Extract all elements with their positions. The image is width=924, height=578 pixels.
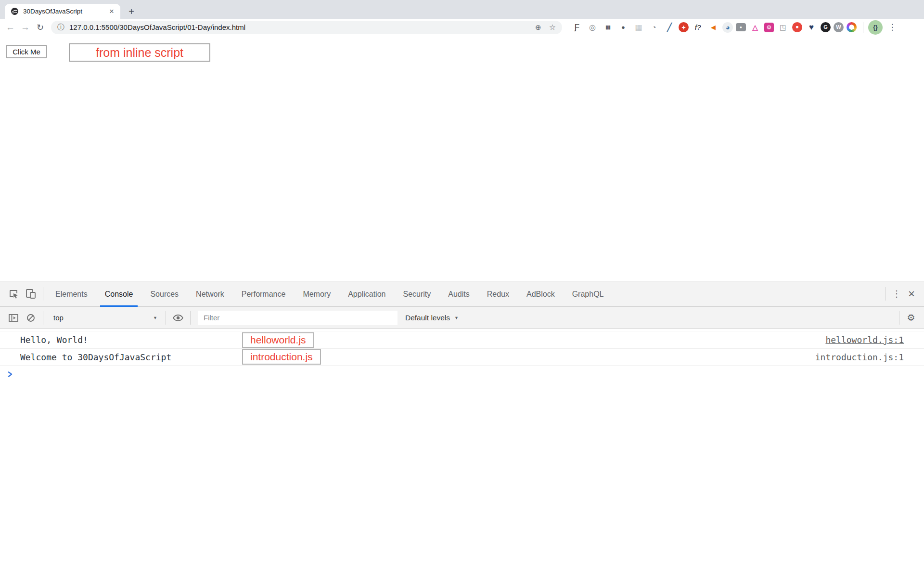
target-extension-icon[interactable]: ◎: [586, 21, 599, 34]
devtools-tab-memory[interactable]: Memory: [294, 281, 339, 307]
source-location-link[interactable]: introduction.js:1: [815, 352, 904, 362]
console-toolbar: top ▼ Default levels ▼ ⚙: [0, 307, 924, 329]
zoom-icon[interactable]: ⊕: [535, 23, 541, 32]
console-settings-gear-icon[interactable]: ⚙: [903, 312, 919, 323]
console-message-row: Hello, World! helloworld.js helloworld.j…: [0, 331, 924, 349]
url-text[interactable]: 127.0.0.1:5500/30DaysOfJavaScript/01-Day…: [69, 23, 535, 31]
reload-icon[interactable]: ↻: [33, 23, 48, 32]
tabbar-separator: [43, 287, 43, 301]
device-toolbar-icon[interactable]: [22, 285, 39, 302]
red-badge-extension-icon[interactable]: ■: [792, 22, 802, 32]
g-circle-extension-icon[interactable]: G: [821, 22, 831, 32]
forward-icon[interactable]: →: [18, 23, 33, 32]
grid-extension-icon[interactable]: ▦: [632, 21, 645, 34]
devtools-panel: Elements Console Sources Network Perform…: [0, 281, 924, 578]
globe-favicon-icon: [11, 7, 19, 15]
address-bar[interactable]: ⓘ 127.0.0.1:5500/30DaysOfJavaScript/01-D…: [51, 21, 562, 34]
tab-close-icon[interactable]: ×: [107, 7, 116, 16]
browser-toolbar: ← → ↻ ⓘ 127.0.0.1:5500/30DaysOfJavaScrip…: [0, 19, 924, 36]
bug-extension-icon[interactable]: ●: [617, 21, 629, 34]
devtools-tab-network[interactable]: Network: [187, 281, 233, 307]
browser-tab[interactable]: 30DaysOfJavaScript ×: [5, 4, 120, 19]
source-location-link[interactable]: helloworld.js:1: [825, 335, 904, 345]
devtools-tab-performance[interactable]: Performance: [233, 281, 295, 307]
browser-tab-strip: 30DaysOfJavaScript × +: [0, 0, 924, 19]
eyedropper-extension-icon[interactable]: ╱: [663, 21, 676, 34]
toolbar-separator: [190, 311, 191, 325]
devtools-tab-elements[interactable]: Elements: [47, 281, 96, 307]
w-circle-extension-icon[interactable]: W: [834, 22, 844, 32]
toolbar-separator: [166, 311, 166, 325]
camera-extension-icon[interactable]: ●: [736, 23, 746, 31]
devtools-tab-bar: Elements Console Sources Network Perform…: [0, 281, 924, 307]
clear-console-icon[interactable]: [22, 309, 39, 327]
page-content: Click Me from inline script: [0, 36, 924, 281]
megaphone-extension-icon[interactable]: ◀: [707, 21, 719, 34]
console-message-text: Welcome to 30DaysOfJavaScript: [20, 352, 171, 362]
rainbow-extension-icon[interactable]: [847, 22, 857, 32]
console-sidebar-toggle-icon[interactable]: [5, 309, 22, 327]
bookmark-star-icon[interactable]: ☆: [549, 23, 556, 32]
devtools-tab-application[interactable]: Application: [339, 281, 394, 307]
click-me-button[interactable]: Click Me: [6, 45, 47, 58]
browser-menu-icon[interactable]: ⋮: [887, 22, 898, 32]
script-annotation-box: helloworld.js: [242, 332, 314, 348]
prompt-chevron-icon: [7, 371, 13, 378]
frame-context-value: top: [53, 314, 64, 322]
devtools-tab-adblock[interactable]: AdBlock: [518, 281, 564, 307]
tab-title: 30DaysOfJavaScript: [23, 8, 107, 15]
devtools-tab-security[interactable]: Security: [394, 281, 439, 307]
back-icon[interactable]: ←: [3, 23, 18, 32]
corner-arrows-extension-icon[interactable]: ◳: [777, 21, 789, 34]
frame-context-select[interactable]: top ▼: [47, 314, 162, 322]
console-prompt[interactable]: [0, 366, 924, 383]
toolbar-separator: [43, 311, 43, 325]
devtools-tab-audits[interactable]: Audits: [439, 281, 478, 307]
log-levels-select[interactable]: Default levels ▼: [405, 314, 459, 322]
heart-search-extension-icon[interactable]: ♥: [805, 21, 818, 34]
console-message-text: Hello, World!: [20, 335, 88, 345]
site-info-icon[interactable]: ⓘ: [57, 23, 64, 32]
fonts-extension-icon[interactable]: Ƒ: [571, 21, 583, 34]
prism-extension-icon[interactable]: △: [749, 21, 761, 34]
devtools-tab-sources[interactable]: Sources: [141, 281, 187, 307]
devtools-tab-redux[interactable]: Redux: [478, 281, 518, 307]
console-message-row: Welcome to 30DaysOfJavaScript introducti…: [0, 349, 924, 366]
console-filter-input[interactable]: [198, 311, 398, 325]
devtools-close-icon[interactable]: ×: [904, 287, 919, 301]
inspect-element-icon[interactable]: [5, 285, 22, 302]
timer-extension-icon[interactable]: ◔: [648, 21, 660, 34]
console-output: Hello, World! helloworld.js helloworld.j…: [0, 329, 924, 578]
devtools-tab-console[interactable]: Console: [96, 281, 142, 307]
f-question-extension-icon[interactable]: f?: [692, 21, 704, 34]
log-levels-value: Default levels: [405, 314, 450, 322]
stop-hand-extension-icon[interactable]: +: [679, 22, 689, 32]
inline-script-banner: from inline script: [69, 43, 210, 62]
tabbar-separator: [886, 287, 886, 301]
toolbar-separator: [863, 22, 863, 33]
pause-bars-extension-icon[interactable]: ▮▮: [602, 21, 614, 34]
script-annotation-box: introduction.js: [242, 349, 321, 365]
new-tab-button[interactable]: +: [125, 5, 138, 18]
live-expression-eye-icon[interactable]: [169, 309, 187, 327]
devtools-menu-icon[interactable]: ⋮: [889, 289, 904, 299]
pink-gear-extension-icon[interactable]: ⚙: [764, 23, 774, 32]
swirl-extension-icon[interactable]: ◕: [722, 22, 733, 33]
extensions-row: Ƒ ◎ ▮▮ ● ▦ ◔ ╱ + f? ◀ ◕ ● △ ⚙ ◳ ■ ♥ G W: [569, 21, 858, 34]
chevron-down-icon: ▼: [454, 315, 459, 320]
devtools-tab-graphql[interactable]: GraphQL: [564, 281, 613, 307]
chevron-down-icon: ▼: [153, 315, 157, 320]
profile-avatar[interactable]: {}: [868, 20, 883, 35]
toolbar-separator: [899, 311, 899, 325]
